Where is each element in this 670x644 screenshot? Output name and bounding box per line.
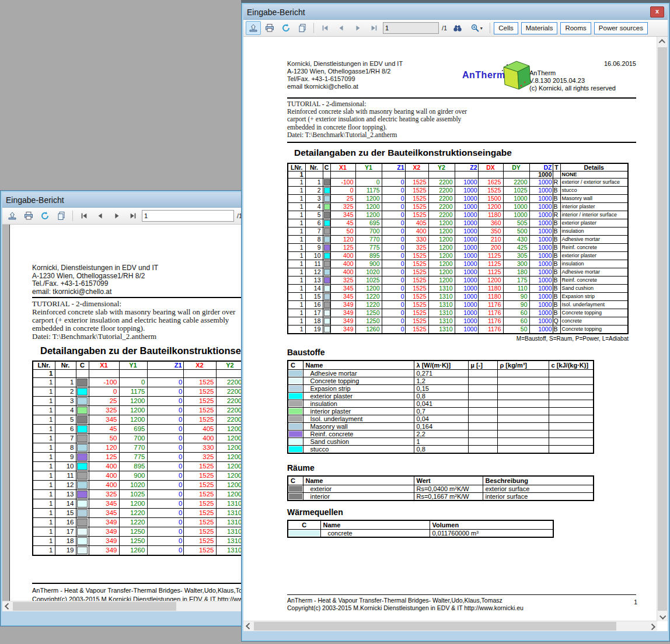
- refresh-button[interactable]: [278, 21, 294, 35]
- table-cell: [147, 369, 183, 377]
- front-report-pagearea[interactable]: Kornicki, Dienstleistungen in EDV und IT…: [243, 37, 657, 621]
- table-cell: 1200: [428, 219, 455, 228]
- scrollbar-thumb[interactable]: [254, 622, 616, 631]
- front-zoom-button[interactable]: ▾: [466, 21, 486, 35]
- print-button[interactable]: [262, 21, 277, 35]
- table-cell: 1310: [428, 285, 455, 293]
- front-report-viewport[interactable]: Kornicki, Dienstleistungen in EDV und IT…: [243, 37, 668, 631]
- nav-prev-button[interactable]: [334, 21, 349, 35]
- table-cell: 90: [503, 301, 529, 309]
- scroll-left-arrow[interactable]: [2, 601, 12, 611]
- scrollbar-thumb[interactable]: [13, 602, 176, 611]
- front-find-button[interactable]: [450, 21, 465, 35]
- refresh-button[interactable]: [37, 209, 53, 223]
- table-cell: 0: [382, 219, 405, 228]
- scroll-left-arrow[interactable]: [243, 621, 253, 631]
- table-cell: [468, 408, 497, 415]
- table-cell: B: [553, 219, 560, 228]
- table-cell: 1000: [455, 326, 478, 334]
- table-cell: 1000: [529, 203, 553, 211]
- table-cell: [76, 536, 89, 545]
- report-header: Kornicki, Dienstleistungen in EDV und IT…: [287, 60, 636, 94]
- column-header: DY: [503, 163, 529, 172]
- scroll-right-arrow[interactable]: [647, 621, 657, 631]
- scroll-up-arrow[interactable]: [657, 37, 667, 47]
- table-cell: [76, 499, 89, 508]
- scroll-down-arrow[interactable]: [657, 611, 667, 621]
- table-cell: 1: [33, 387, 55, 396]
- front-titlebar[interactable]: Eingabe-Bericht x: [243, 5, 668, 20]
- front-horizontal-scrollbar[interactable]: [243, 621, 657, 631]
- front-window-title: Eingabe-Bericht: [247, 8, 305, 17]
- table-cell: [216, 369, 244, 377]
- color-swatch: [77, 397, 88, 405]
- nav-prev-button[interactable]: [93, 209, 108, 223]
- table-cell: [497, 370, 549, 377]
- nav-first-button[interactable]: [76, 209, 92, 223]
- table-cell: 1525: [183, 489, 216, 499]
- column-header: Nr.: [305, 163, 323, 172]
- table-cell: 8: [305, 236, 323, 244]
- table-cell: [549, 446, 594, 454]
- print-layout-button[interactable]: [246, 21, 261, 35]
- column-header: Details: [560, 163, 628, 172]
- table-cell: 0: [382, 301, 405, 309]
- table-cell: 1: [288, 252, 305, 260]
- nav-last-button[interactable]: [367, 21, 382, 35]
- table-cell: 1525: [405, 285, 428, 293]
- table-cell: 350: [478, 228, 503, 236]
- table-cell: 0: [147, 545, 183, 555]
- table-cell: 0: [147, 405, 183, 415]
- front-page-number-input[interactable]: [383, 22, 439, 34]
- front-vertical-scrollbar[interactable]: [657, 37, 668, 621]
- table-cell: 1: [33, 508, 55, 517]
- nav-next-button[interactable]: [109, 209, 124, 223]
- copy-button[interactable]: [54, 209, 69, 223]
- color-swatch: [324, 244, 330, 251]
- nav-first-button[interactable]: [317, 21, 333, 35]
- table-cell: 325: [183, 452, 216, 461]
- table-cell: 1200: [428, 244, 455, 252]
- table-cell: 1020: [119, 480, 147, 489]
- view-button-power-sources[interactable]: Power sources: [594, 22, 648, 34]
- table-cell: [468, 393, 497, 400]
- view-button-rooms[interactable]: Rooms: [560, 22, 591, 34]
- table-cell: 345: [89, 499, 119, 508]
- table-cell: 1525: [405, 293, 428, 301]
- table-cell: 1525: [183, 387, 216, 396]
- nav-next-button[interactable]: [350, 21, 365, 35]
- nav-last-button[interactable]: [125, 209, 141, 223]
- table-cell: 90: [503, 293, 529, 301]
- view-button-materials[interactable]: Materials: [521, 22, 558, 34]
- scrollbar-thumb[interactable]: [658, 47, 667, 611]
- print-layout-button[interactable]: [5, 209, 20, 223]
- table-cell: 13: [55, 489, 76, 499]
- column-header: C: [288, 520, 320, 530]
- close-button[interactable]: x: [650, 6, 664, 18]
- view-button-cells[interactable]: Cells: [494, 22, 518, 34]
- table-cell: [497, 430, 549, 438]
- table-cell: 0,011760000 m³: [430, 530, 553, 538]
- table-cell: [468, 423, 497, 430]
- table-cell: 1310: [428, 309, 455, 317]
- table-cell: 1525: [183, 480, 216, 489]
- table-cell: 1: [288, 301, 305, 309]
- back-page-number-input[interactable]: [142, 210, 234, 222]
- table-cell: Masonry wall: [560, 195, 628, 203]
- table-cell: 3: [305, 195, 323, 203]
- table-cell: [76, 415, 89, 424]
- color-swatch: [77, 463, 88, 470]
- column-header: Y2: [216, 361, 244, 369]
- table-cell: B: [553, 260, 560, 268]
- find-icon: [453, 23, 462, 33]
- copy-button[interactable]: [295, 21, 310, 35]
- print-button[interactable]: [21, 209, 36, 223]
- table-cell: 1: [33, 471, 55, 480]
- table-cell: Concrete topping: [560, 326, 628, 334]
- table-cell: 349: [89, 536, 119, 545]
- table-cell: 1200: [428, 276, 455, 285]
- table-cell: 16: [55, 517, 76, 527]
- materials-table: CNameλ [W/(m·K)]µ [-]ρ [kg/m³]c [kJ/(kg·…: [287, 360, 594, 454]
- column-header: X2: [405, 163, 428, 172]
- report-footer: AnTherm - Heat & Vapour Transfer-Thermal…: [287, 594, 636, 612]
